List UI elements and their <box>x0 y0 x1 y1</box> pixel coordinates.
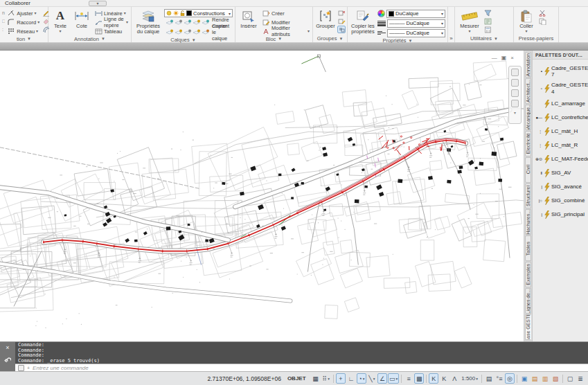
layer-tool-icon[interactable] <box>192 19 200 26</box>
match-properties-button[interactable]: Copier les propriétés <box>350 8 376 37</box>
fillet-button[interactable]: Raccord▾ <box>6 18 40 26</box>
navigation-bar[interactable]: ▾ <box>508 66 522 124</box>
ortho-icon[interactable]: ∟ <box>346 373 356 384</box>
command-wrench-icon[interactable] <box>4 355 11 362</box>
array-button[interactable]: Réseau▾ <box>6 27 40 35</box>
id-point-icon[interactable] <box>483 17 492 25</box>
command-close-icon[interactable]: × <box>6 345 9 351</box>
group-edit-icon[interactable] <box>337 17 346 25</box>
zoom-icon[interactable] <box>511 89 519 97</box>
ribbon-tab-collaborer[interactable]: Collaborer <box>2 0 33 6</box>
snap-icon[interactable]: ⠿▾ <box>321 373 331 384</box>
cut-icon[interactable] <box>538 9 546 17</box>
palette-tab-hachures-[interactable]: Hachures... <box>525 209 531 235</box>
navbar-more-icon[interactable]: ▾ <box>514 110 516 115</box>
palette-item[interactable]: |SIG_principal <box>534 209 588 220</box>
panel-label-bloc[interactable]: Bloc▼ <box>235 35 312 42</box>
text-button[interactable]: A Texte▾ <box>51 8 70 35</box>
palette-tab-exemples[interactable]: Exemples <box>525 262 531 287</box>
drawing-canvas[interactable]: — ▣ × ▾ <box>0 51 524 341</box>
panel-label-presse-papiers[interactable]: Presse-papiers <box>514 35 558 42</box>
minimize-icon[interactable]: — <box>492 55 497 61</box>
grid-icon[interactable]: ▦ <box>311 373 321 384</box>
palette-tab-civil[interactable]: Civil <box>525 157 531 183</box>
orbit-icon[interactable] <box>511 100 519 107</box>
tray-update-icon[interactable]: ▥ <box>540 373 550 384</box>
annotation-visibility-icon[interactable]: K <box>429 373 438 384</box>
palette-tab-structurel[interactable]: Structurel <box>525 183 531 209</box>
palette-item[interactable]: ⋮LC_mât_H <box>534 126 588 137</box>
palette-item[interactable]: ●—LC_contrefiche <box>534 112 588 123</box>
lineweight-icon[interactable]: ≡ <box>404 373 413 384</box>
workspace-icon[interactable]: ▤ <box>484 373 494 384</box>
palette-item[interactable]: ⋮LC_mât_R <box>534 140 588 151</box>
layer-tool-icon[interactable] <box>183 28 191 36</box>
palette-item[interactable]: LC_amarrage <box>534 98 588 109</box>
layer-tool-icon[interactable] <box>174 19 182 26</box>
layer-tool-icon[interactable] <box>201 28 209 36</box>
palette-item[interactable]: |SIG_avancé <box>534 181 588 192</box>
dimension-button[interactable]: Cote <box>71 8 92 35</box>
table-button[interactable]: Tableau <box>93 27 129 35</box>
quick-select-icon[interactable] <box>483 9 492 17</box>
dynamic-input-icon[interactable]: + <box>336 373 346 384</box>
customization-icon[interactable]: ≣ <box>576 373 585 384</box>
ribbon-display-toggle[interactable]: ▾ <box>89 1 107 6</box>
layer-tool-icon[interactable] <box>183 19 191 26</box>
layer-tool-icon[interactable] <box>192 28 200 36</box>
graphics-performance-icon[interactable]: ▣ <box>519 373 529 384</box>
annotation-monitor-icon[interactable]: °≡ <box>495 373 504 384</box>
layer-tool-icon[interactable] <box>165 28 173 36</box>
trim-button[interactable]: Ajuster▾ <box>6 9 40 17</box>
model-space-label[interactable]: OBJET <box>287 375 306 382</box>
map-drawing[interactable] <box>0 51 524 341</box>
insert-block-button[interactable]: Insérer <box>238 8 260 35</box>
panel-label-utilitaires[interactable]: Utilitaires▼ <box>455 35 513 42</box>
nav-wheel-icon[interactable] <box>511 69 519 76</box>
tray-plot-icon[interactable]: ▤ <box>530 373 540 384</box>
palette-tab-electricit-[interactable]: Electricité <box>525 131 531 156</box>
autoscale-icon[interactable]: K <box>439 373 449 384</box>
linetype-combo[interactable]: ——— DuCalque ▾ <box>387 29 445 37</box>
lineweight-combo[interactable]: ——— DuCalque ▾ <box>387 19 445 28</box>
palette-tab-m-canique-[interactable]: Mécanique... <box>525 105 531 130</box>
palette-tab-annotation[interactable]: Annotation <box>525 52 531 78</box>
annotation-scale-icon[interactable]: Λ <box>449 373 459 384</box>
command-input[interactable]: Entrez une commande <box>33 365 89 371</box>
paste-button[interactable]: Coller▾ <box>516 8 537 35</box>
layer-tool-icon[interactable] <box>174 28 182 36</box>
layer-tool-icon[interactable] <box>165 19 173 26</box>
palette-tab-tables[interactable]: Tables <box>525 235 531 261</box>
command-input-row[interactable]: + Entrez une commande <box>15 364 588 371</box>
pan-icon[interactable] <box>511 79 519 87</box>
palette-header[interactable]: PALETTES D'OUT... <box>533 51 588 60</box>
isolate-objects-icon[interactable]: ◎ <box>505 373 515 384</box>
tray-cloud-icon[interactable]: ▧ <box>551 373 560 384</box>
command-customize-icon[interactable] <box>18 365 24 371</box>
palette-tab-lignes-de-[interactable]: Lignes de... <box>525 288 531 314</box>
group-selection-toggle-icon[interactable] <box>337 26 346 33</box>
palette-item[interactable]: ‖SIG_AV <box>534 168 588 179</box>
osnap-icon[interactable]: ∠ <box>377 373 387 384</box>
layer-properties-button[interactable]: Propriétés du calque <box>134 8 163 37</box>
panel-overflow-arrow[interactable]: » <box>448 7 455 42</box>
layer-tool-icon[interactable] <box>201 19 209 26</box>
ungroup-icon[interactable] <box>337 9 346 17</box>
panel-label-groupes[interactable]: Groupes▼ <box>313 35 347 42</box>
leader-button[interactable]: Ligne de repère▾ <box>93 18 129 26</box>
close-icon[interactable]: × <box>510 55 514 61</box>
quick-calc-icon[interactable] <box>483 26 492 33</box>
command-history[interactable]: Commande:Commande:Commande:Commande: _er… <box>15 342 588 364</box>
group-button[interactable]: Grouper <box>315 8 336 35</box>
polar-tracking-icon[interactable]: ◔▾ <box>357 373 366 384</box>
edit-attributes-button[interactable]: Modifier attributs▾ <box>261 27 310 35</box>
object-snap-tracking-icon[interactable]: ▭▾ <box>388 373 399 384</box>
palette-tab-base-geste[interactable]: Base GESTE <box>525 314 531 340</box>
restore-icon[interactable]: ▣ <box>501 55 507 61</box>
color-combo[interactable]: DuCalque ▾ <box>386 10 445 18</box>
palette-item[interactable]: |○SIG_combiné <box>534 195 588 206</box>
isodraft-icon[interactable]: ╲▾ <box>367 373 377 384</box>
panel-label-annotation[interactable]: Annotation▼ <box>48 35 131 42</box>
block-create-button[interactable]: Créer <box>261 9 310 17</box>
palette-item[interactable]: ▪Cadre_GESTE_29 7 <box>534 64 588 78</box>
